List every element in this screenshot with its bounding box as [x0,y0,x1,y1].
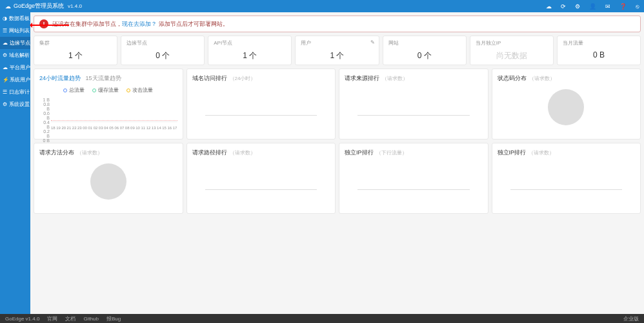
sidebar-item-sites[interactable]: ☰网站列表 [0,25,30,37]
app-header: ☁ GoEdge管理员系统 v1.4.0 ☁ ⟳ ⚙ 👤 ✉ ❓ ⎋ [0,0,644,12]
stat-api-nodes: API节点1 个 [208,36,292,65]
alert-icon: ! [39,19,48,28]
list-icon: ☰ [3,28,7,34]
panels-row-1: 24小时流量趋势 15天流量趋势 总流量 缓存流量 攻击流量 1 B0.8 B0… [34,68,641,140]
alert-banner: ! 还没有在集群中添加节点，现在去添加？ 添加节点后才可部署网站。 [34,16,641,32]
traffic-chart: 1 B0.8 B0.6 B0.4 B0.2 B0 B 1819202122230… [39,98,177,130]
empty-placeholder [205,189,317,190]
sidebar-item-settings[interactable]: ⚙系统设置 [0,98,30,110]
panel-source-rank: 请求来源排行（请求数） [339,68,488,140]
panels-row-2: 请求方法分布（请求数） 请求路径排行（请求数） 独立IP排行（下行流量） 独立I… [34,143,641,214]
main-content: ! 还没有在集群中添加节点，现在去添加？ 添加节点后才可部署网站。 集群1 个 … [30,12,644,314]
tab-24h[interactable]: 24小时流量趋势 [39,75,81,81]
help-icon[interactable]: ❓ [619,3,627,10]
gear-icon[interactable]: ⚙ [575,3,580,10]
footer-link-bug[interactable]: 报Bug [106,315,121,322]
sidebar-item-dashboard[interactable]: ◑数据看板 [0,12,30,25]
chart-x-axis: 1819202122230001020304050607080910111213… [51,126,177,130]
footer: GoEdge v1.4.0 官网 文档 Github 报Bug 企业版 [0,314,644,323]
sidebar-item-platform-users[interactable]: ☁平台用户 [0,61,30,74]
empty-placeholder [357,115,470,116]
stat-monthly-ip: 当月独立IP尚无数据 [470,36,554,65]
app-title: GoEdge管理员系统 [14,2,64,10]
annotation-arrow [30,25,69,26]
user-icon[interactable]: 👤 [589,3,596,10]
chart-area [51,98,177,122]
footer-edition: 企业版 [623,315,639,322]
sidebar-item-dns[interactable]: ⚙域名解析 [0,49,30,61]
sidebar-item-logs[interactable]: ☰日志审计 [0,86,30,98]
panel-ip-traffic: 独立IP排行（下行流量） [339,143,488,214]
list-icon: ☰ [3,89,7,95]
edit-icon[interactable]: ✎ [370,39,375,45]
stat-cluster: 集群1 个 [34,36,117,65]
gear-icon: ⚙ [3,52,7,58]
footer-link-site[interactable]: 官网 [47,315,57,322]
chart-line [51,120,177,121]
alert-text: 还没有在集群中添加节点，现在去添加？ 添加节点后才可部署网站。 [52,20,228,28]
logout-icon[interactable]: ⎋ [636,3,639,10]
sidebar-item-system-users[interactable]: ⚡系统用户 [0,74,30,86]
stat-monthly-traffic: 当月流量0 B [557,36,641,65]
panel-traffic-trend: 24小时流量趋势 15天流量趋势 总流量 缓存流量 攻击流量 1 B0.8 B0… [34,68,183,140]
footer-link-github[interactable]: Github [83,316,99,322]
app-version: v1.4.0 [68,3,82,9]
footer-version: GoEdge v1.4.0 [5,316,39,322]
panel-method-dist: 请求方法分布（请求数） [34,143,183,214]
header-title: ☁ GoEdge管理员系统 v1.4.0 [5,2,82,10]
tab-15d[interactable]: 15天流量趋势 [86,75,121,81]
cloud-icon[interactable]: ☁ [546,3,552,10]
panel-path-rank: 请求路径排行（请求数） [186,143,336,214]
panel-ip-requests: 独立IP排行（请求数） [492,143,641,214]
stat-users: ✎用户1 个 [295,36,379,65]
bolt-icon: ⚡ [3,77,8,83]
cloud-icon: ☁ [3,65,8,70]
legend-dot-icon [92,89,96,92]
logo-icon: ☁ [5,3,11,10]
panel-domain-rank: 域名访问排行（24小时） [186,68,336,140]
sidebar: ◑数据看板 ☰网站列表 ☁边缘节点 ⚙域名解析 ☁平台用户 ⚡系统用户 ☰日志审… [0,12,30,323]
chart-legend: 总流量 缓存流量 攻击流量 [39,87,177,94]
header-icons: ☁ ⟳ ⚙ 👤 ✉ ❓ ⎋ [546,3,639,10]
cloud-icon: ☁ [3,40,8,46]
panel-status-dist: 状态码分布（请求数） [492,68,641,140]
mail-icon[interactable]: ✉ [605,3,610,10]
chart-y-axis: 1 B0.8 B0.6 B0.4 B0.2 B0 B [39,98,50,122]
stat-sites: 网站0 个 [383,36,467,65]
refresh-icon[interactable]: ⟳ [561,3,566,10]
stats-row: 集群1 个 边缘节点0 个 API节点1 个 ✎用户1 个 网站0 个 当月独立… [34,36,641,65]
footer-link-docs[interactable]: 文档 [65,315,75,322]
gear-icon: ⚙ [3,101,7,107]
sidebar-item-nodes[interactable]: ☁边缘节点 [0,37,30,49]
empty-placeholder [357,189,470,190]
empty-placeholder [510,189,623,190]
empty-placeholder [205,115,317,116]
pie-placeholder [90,163,126,200]
stat-edge-nodes: 边缘节点0 个 [121,36,205,65]
legend-dot-icon [126,89,130,92]
pie-placeholder [548,89,584,125]
dashboard-icon: ◑ [3,16,7,21]
legend-dot-icon [63,89,67,92]
panel-title: 24小时流量趋势 15天流量趋势 [39,74,177,83]
alert-link[interactable]: 现在去添加？ [122,21,157,27]
